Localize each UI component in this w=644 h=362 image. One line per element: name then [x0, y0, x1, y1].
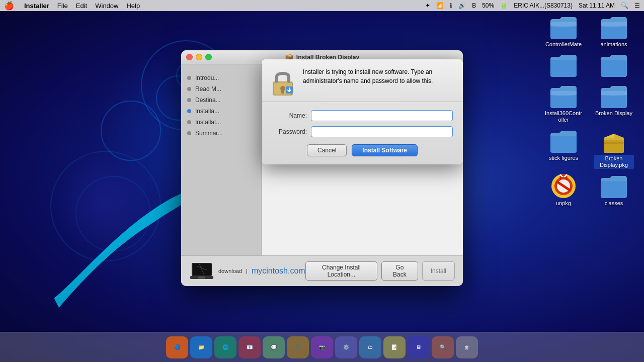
window-body: Introdu... Read M... Destina... Installa…	[181, 64, 463, 255]
footer-link[interactable]: mycintosh.com	[252, 266, 305, 276]
window-minimize-button[interactable]	[196, 54, 202, 60]
icon-label-install360: Install360Controller	[543, 110, 584, 123]
step-label-installation: Installa...	[195, 108, 219, 115]
dock-item-7[interactable]: ⚙️	[335, 336, 357, 358]
footer-separator: |	[246, 268, 248, 274]
menu-file[interactable]: File	[57, 2, 68, 10]
sidebar-step-summary: Summar...	[187, 130, 255, 137]
folder-icon-brokendisplay	[600, 84, 628, 108]
menu-help[interactable]: Help	[126, 2, 140, 10]
folder-icon-install360	[549, 84, 578, 108]
install-button[interactable]: Install	[422, 261, 455, 281]
installer-window: 📦 Install Broken Display Introdu... Read…	[181, 50, 463, 286]
menu-window[interactable]: Window	[95, 2, 118, 10]
auth-message: Installer is trying to install new softw…	[303, 67, 455, 85]
desktop-icon-stickfigures[interactable]: stick figures	[543, 129, 584, 169]
sidebar-step-intro: Introdu...	[187, 74, 255, 81]
menu-edit[interactable]: Edit	[76, 2, 87, 10]
list-menubar-icon[interactable]: ☰	[634, 2, 640, 9]
user-name: ERIC AIK...(S830713)	[514, 2, 573, 9]
dock-item-10[interactable]: 🖥	[408, 336, 430, 358]
change-location-button[interactable]: Change Install Location...	[305, 261, 377, 281]
dock-item-11[interactable]: 🔍	[432, 336, 454, 358]
desktop-row-2	[543, 53, 634, 79]
folder-icon-controllermate	[549, 15, 578, 39]
auth-name-input[interactable]	[311, 110, 453, 121]
folder-icon-stickfigures	[549, 129, 578, 153]
step-bullet-installation	[187, 109, 191, 113]
dock-item-0[interactable]: 🔵	[166, 336, 188, 358]
wifi-icon: 📶	[436, 2, 444, 9]
desktop-icon-classes[interactable]: classes	[594, 174, 634, 207]
icon-label-brokendisplay-pkg: Broken Display.pkg	[594, 155, 634, 169]
desktop-icons: ControllerMate animations	[543, 15, 634, 207]
menubar-right: ✦ 📶 ℹ 🔊 B 50% 🔋 ERIC AIK...(S830713) Sat…	[425, 2, 640, 9]
auth-form: Name: Password: Cancel Install Software	[262, 102, 463, 164]
step-label-destination: Destina...	[195, 97, 221, 104]
desktop-row-1: ControllerMate animations	[543, 15, 634, 48]
dock-item-3[interactable]: 📧	[238, 336, 261, 358]
folder-icon-classes	[600, 174, 628, 198]
window-close-button[interactable]	[186, 54, 193, 60]
auth-name-label: Name:	[272, 112, 307, 119]
footer-left: download | mycintosh.com	[189, 261, 305, 281]
desktop-icon-empty-2[interactable]	[594, 53, 634, 79]
svg-rect-20	[198, 277, 205, 279]
icon-label-classes: classes	[605, 200, 623, 207]
dock-item-9[interactable]: 📝	[383, 336, 406, 358]
window-footer: download | mycintosh.com Change Install …	[181, 255, 463, 286]
search-menubar-icon[interactable]: 🔍	[621, 2, 628, 9]
apple-menu[interactable]: 🍎	[4, 1, 14, 11]
auth-dialog-top: Installer is trying to install new softw…	[262, 59, 463, 102]
svg-rect-0	[604, 138, 624, 153]
dock-item-1[interactable]: 📁	[190, 336, 212, 358]
desktop-row-4: stick figures	[543, 129, 634, 169]
step-bullet-summary	[187, 131, 191, 135]
footer-download-text: download	[218, 268, 242, 274]
step-label-intro: Introdu...	[195, 74, 219, 81]
volume-icon: 🔊	[458, 2, 466, 9]
folder-icon-empty-2	[600, 53, 628, 77]
dock-item-2[interactable]: 🌐	[214, 336, 236, 358]
dock-item-5[interactable]: 🎵	[287, 336, 309, 358]
step-label-installat2: Installat...	[195, 119, 221, 126]
sidebar-step-destination: Destina...	[187, 97, 255, 104]
auth-name-field: Name:	[272, 110, 453, 121]
dock-item-4[interactable]: 💬	[263, 336, 285, 358]
lock-icon	[270, 67, 296, 94]
desktop-icon-install360[interactable]: Install360Controller	[543, 84, 584, 123]
desktop-icon-brokendisplay-pkg[interactable]: Broken Display.pkg	[594, 129, 634, 169]
dock-item-8[interactable]: 🗂	[359, 336, 381, 358]
auth-password-input[interactable]	[311, 126, 453, 137]
info-icon: ℹ	[450, 2, 452, 9]
step-bullet-installat2	[187, 120, 191, 124]
app-menu-installer[interactable]: Installer	[24, 2, 49, 10]
dock-item-6[interactable]: 📷	[311, 336, 333, 358]
footer-buttons: Change Install Location... Go Back Insta…	[305, 261, 455, 281]
desktop-icon-controllermate[interactable]: ControllerMate	[543, 15, 584, 48]
desktop-icon-empty-1[interactable]	[543, 53, 584, 79]
icon-label-unpkg: unpkg	[556, 200, 571, 207]
desktop-row-5: unpkg classes	[543, 174, 634, 207]
icon-label-brokendisplay-folder: Broken Display	[595, 110, 632, 117]
laptop-icon	[189, 261, 214, 281]
datetime: Sat 11:11 AM	[579, 2, 615, 9]
step-bullet-readme	[187, 87, 191, 91]
step-bullet-destination	[187, 98, 191, 102]
battery-percentage: 50%	[482, 2, 494, 9]
desktop-icon-brokendisplay-folder[interactable]: Broken Display	[594, 84, 634, 123]
icon-label-stickfigures: stick figures	[549, 155, 578, 161]
dock-trash[interactable]: 🗑	[456, 336, 478, 358]
auth-cancel-button[interactable]: Cancel	[307, 144, 347, 156]
step-label-readme: Read M...	[195, 85, 221, 93]
auth-install-button[interactable]: Install Software	[352, 144, 418, 156]
folder-icon-empty-1	[549, 53, 578, 77]
dock: 🔵 📁 🌐 📧 💬 🎵 📷 ⚙️ 🗂 📝 🖥 🔍 🗑	[0, 332, 644, 362]
desktop-icon-unpkg[interactable]: unpkg	[543, 174, 584, 207]
desktop-icon-animations[interactable]: animations	[594, 15, 634, 48]
window-maximize-button[interactable]	[205, 54, 212, 60]
step-label-summary: Summar...	[195, 130, 223, 137]
svg-rect-1	[604, 142, 624, 144]
installer-main: Installer is trying to install new softw…	[262, 64, 463, 255]
go-back-button[interactable]: Go Back	[381, 261, 418, 281]
